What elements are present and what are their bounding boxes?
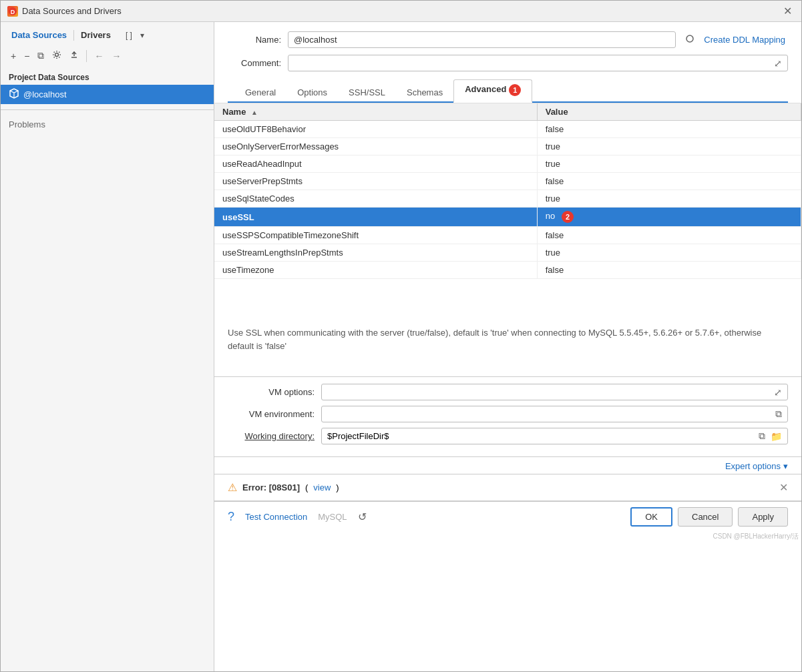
error-paren-open: ( (305, 482, 308, 492)
table-cell-value: false (537, 227, 801, 244)
right-panel: Name: Create DDL Mapping Comment: ⤢ (214, 22, 801, 671)
properties-table-wrapper: Name ▲ Value useOldUTF8BehaviorfalseuseO… (214, 103, 801, 317)
table-row[interactable]: useOldUTF8Behaviorfalse (214, 121, 801, 138)
name-input[interactable] (288, 31, 676, 48)
description-text: Use SSL when communicating with the serv… (228, 328, 761, 351)
tab-drivers[interactable]: Drivers (77, 27, 115, 43)
mysql-label: MySQL (318, 512, 347, 522)
working-directory-label: Working directory: (228, 431, 315, 441)
close-button[interactable]: ✕ (781, 5, 795, 17)
tab-advanced[interactable]: Advanced1 (453, 79, 532, 103)
table-row[interactable]: useSqlStateCodestrue (214, 190, 801, 208)
name-expand-button[interactable] (682, 33, 697, 47)
comment-input[interactable] (288, 55, 771, 71)
forward-button[interactable]: → (108, 49, 124, 63)
working-directory-row: Working directory: ⧉ 📁 (228, 428, 788, 444)
error-text: Error: [08S01] (242, 482, 300, 492)
test-connection-link[interactable]: Test Connection (245, 512, 307, 522)
main-content: Data Sources Drivers [ ] ▾ + − ⧉ (1, 22, 801, 671)
vm-options-row: VM options: ⤢ (228, 384, 788, 400)
vm-options-input-wrapper: ⤢ (321, 384, 788, 400)
working-directory-input[interactable] (322, 428, 756, 444)
sort-arrow-name: ▲ (251, 109, 258, 116)
create-ddl-link[interactable]: Create DDL Mapping (704, 35, 788, 45)
table-cell-name: useReadAheadInput (214, 155, 537, 173)
help-icon[interactable]: ? (228, 510, 234, 524)
error-close-button[interactable]: ✕ (779, 481, 788, 494)
advanced-badge: 1 (509, 84, 521, 96)
title-bar: D Data Sources and Drivers ✕ (1, 1, 801, 22)
table-cell-value: false (537, 173, 801, 190)
name-row: Name: Create DDL Mapping (228, 31, 788, 48)
vm-environment-label: VM environment: (228, 409, 315, 419)
svg-point-2 (55, 53, 59, 57)
tab-separator (73, 30, 74, 41)
table-row[interactable]: useStreamLengthsInPrepStmtstrue (214, 244, 801, 262)
back-button[interactable]: ← (91, 49, 107, 63)
row-badge: 2 (562, 211, 574, 223)
tab-options[interactable]: Options (286, 83, 338, 103)
project-data-sources-title: Project Data Sources (1, 69, 214, 85)
remove-button[interactable]: − (21, 49, 33, 63)
vm-section: VM options: ⤢ VM environment: ⧉ Working … (214, 377, 801, 457)
table-scroll[interactable]: Name ▲ Value useOldUTF8BehaviorfalseuseO… (214, 103, 801, 317)
left-divider (1, 109, 214, 110)
table-cell-name: useOnlyServerErrorMessages (214, 138, 537, 155)
vm-environment-row: VM environment: ⧉ (228, 406, 788, 422)
add-button[interactable]: + (7, 49, 19, 63)
cancel-button[interactable]: Cancel (678, 507, 733, 527)
comment-input-wrapper: ⤢ (288, 55, 788, 71)
col-header-name[interactable]: Name ▲ (214, 103, 537, 121)
pin-button[interactable]: [ ] (123, 29, 135, 41)
ok-button[interactable]: OK (630, 507, 672, 527)
tab-data-sources[interactable]: Data Sources (7, 27, 71, 43)
table-row[interactable]: useSSLno2 (214, 208, 801, 227)
tab-ssh-ssl[interactable]: SSH/SSL (338, 83, 396, 103)
table-row[interactable]: useServerPrepStmtsfalse (214, 173, 801, 190)
form-header: Name: Create DDL Mapping Comment: ⤢ (214, 22, 801, 103)
datasource-item-localhost[interactable]: @localhost (1, 85, 214, 104)
table-cell-name: useSSPSCompatibleTimezoneShift (214, 227, 537, 244)
table-row[interactable]: useReadAheadInputtrue (214, 155, 801, 173)
expert-options-link[interactable]: Expert options ▾ (725, 461, 788, 471)
working-directory-browse-button[interactable]: 📁 (768, 430, 785, 443)
toolbar-row: + − ⧉ ← → (1, 45, 214, 66)
table-cell-value: false (537, 262, 801, 279)
svg-point-3 (686, 35, 693, 42)
table-row[interactable]: useTimezonefalse (214, 262, 801, 279)
error-view-link[interactable]: view (313, 482, 331, 492)
expert-options-row: Expert options ▾ (214, 457, 801, 474)
comment-expand-button[interactable]: ⤢ (771, 57, 785, 70)
name-label: Name: (228, 35, 281, 45)
working-directory-copy-button[interactable]: ⧉ (756, 429, 768, 443)
tabs-row: General Options SSH/SSL Schemas Advanced… (228, 78, 788, 103)
tab-schemas[interactable]: Schemas (396, 83, 453, 103)
datasource-label-localhost: @localhost (23, 89, 67, 99)
vm-options-expand-button[interactable]: ⤢ (771, 386, 785, 399)
table-cell-name: useTimezone (214, 262, 537, 279)
vm-environment-input[interactable] (322, 406, 773, 422)
datasource-icon (9, 88, 19, 101)
copy-button[interactable]: ⧉ (34, 48, 47, 63)
table-cell-name: useServerPrepStmts (214, 173, 537, 190)
table-row[interactable]: useOnlyServerErrorMessagestrue (214, 138, 801, 155)
tab-general[interactable]: General (234, 83, 286, 103)
table-cell-value: true (537, 190, 801, 208)
vm-options-input[interactable] (322, 384, 771, 400)
vm-environment-copy-button[interactable]: ⧉ (773, 407, 785, 421)
table-cell-value: false (537, 121, 801, 138)
settings-button[interactable] (49, 48, 65, 63)
error-bar-left: ⚠ Error: [08S01] ( view ) (228, 481, 339, 494)
table-row[interactable]: useSSPSCompatibleTimezoneShiftfalse (214, 227, 801, 244)
watermark: CSDN @FBLHackerHarry/活 (214, 532, 801, 543)
svg-text:D: D (11, 9, 15, 15)
left-panel: Data Sources Drivers [ ] ▾ + − ⧉ (1, 22, 214, 671)
apply-button[interactable]: Apply (738, 507, 788, 527)
dropdown-button[interactable]: ▾ (138, 29, 147, 41)
vm-options-label: VM options: (228, 387, 315, 397)
table-cell-name: useSSL (214, 208, 537, 227)
col-header-value[interactable]: Value (537, 103, 801, 121)
export-button[interactable] (66, 48, 82, 63)
refresh-button[interactable]: ↺ (358, 511, 367, 523)
title-bar-left: D Data Sources and Drivers (7, 6, 122, 17)
